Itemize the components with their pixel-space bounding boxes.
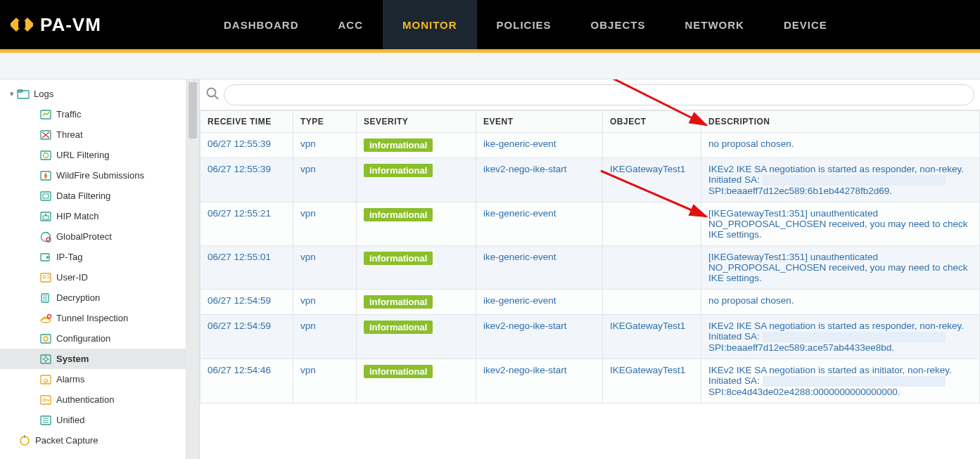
sidebar-item-label: Decryption xyxy=(56,292,100,303)
cell-receive-time: 06/27 12:54:59 xyxy=(201,314,293,358)
search-bar xyxy=(200,79,980,110)
sidebar-scrollbar[interactable] xyxy=(186,79,200,459)
sidebar-item-url-filtering[interactable]: URL Filtering xyxy=(0,145,186,165)
cell-receive-time: 06/27 12:55:01 xyxy=(201,245,293,289)
cell-description: [IKEGatewayTest1:351] unauthenticated NO… xyxy=(701,202,980,245)
sidebar-item-user-id[interactable]: User-ID xyxy=(0,267,186,287)
breadcrumb-band xyxy=(0,53,980,79)
cell-receive-time: 06/27 12:55:21 xyxy=(201,202,293,245)
svg-point-10 xyxy=(44,153,49,157)
cell-type: vpn xyxy=(293,202,357,245)
sidebar-item-data-filtering[interactable]: Data Filtering xyxy=(0,186,186,206)
table-row[interactable]: 06/27 12:55:39vpninformationalike-generi… xyxy=(201,133,980,158)
svg-rect-16 xyxy=(45,214,46,216)
sidebar-item-label: Configuration xyxy=(56,333,110,344)
sidebar-item-label: Authentication xyxy=(56,394,114,405)
cell-description: no proposal chosen. xyxy=(701,133,980,158)
sidebar-item-hip-match[interactable]: HIP Match xyxy=(0,206,186,226)
sidebar: ▾ Logs TrafficThreatURL FilteringWildFir… xyxy=(0,79,186,459)
brand-name: PA-VM xyxy=(40,14,101,36)
column-header[interactable]: SEVERITY xyxy=(357,111,476,133)
brand-logo-icon xyxy=(11,13,33,36)
cell-object: IKEGatewayTest1 xyxy=(603,358,701,403)
table-row[interactable]: 06/27 12:55:39vpninformationalikev2-nego… xyxy=(201,158,980,202)
nav-objects[interactable]: OBJECTS xyxy=(571,0,666,49)
sidebar-item-wildfire-submissions[interactable]: WildFire Submissions xyxy=(0,165,186,186)
nav-policies[interactable]: POLICIES xyxy=(477,0,571,49)
table-row[interactable]: 06/27 12:55:01vpninformationalike-generi… xyxy=(201,245,980,289)
sidebar-item-packet-capture[interactable]: Packet Capture xyxy=(0,430,186,451)
cell-object xyxy=(603,202,701,245)
svg-rect-9 xyxy=(41,151,51,160)
sidebar-item-system[interactable]: System xyxy=(0,349,186,369)
nav-monitor[interactable]: MONITOR xyxy=(383,0,477,49)
column-header[interactable]: EVENT xyxy=(476,111,603,133)
sidebar-item-globalprotect[interactable]: GlobalProtect xyxy=(0,226,186,247)
column-header[interactable]: DESCRIPTION xyxy=(701,111,980,133)
svg-point-50 xyxy=(208,89,216,97)
cell-severity: informational xyxy=(357,314,476,358)
nav-dashboard[interactable]: DASHBOARD xyxy=(204,0,319,49)
column-header[interactable]: RECEIVE TIME xyxy=(201,111,293,133)
sidebar-item-ip-tag[interactable]: IP-Tag xyxy=(0,247,186,267)
cell-event: ikev2-nego-ike-start xyxy=(476,314,603,358)
cell-object: IKEGatewayTest1 xyxy=(603,314,701,358)
hip-icon xyxy=(39,210,52,223)
severity-badge: informational xyxy=(364,365,433,378)
data-icon xyxy=(39,190,52,202)
svg-point-29 xyxy=(48,314,51,318)
cell-receive-time: 06/27 12:55:39 xyxy=(201,133,293,158)
cell-description: no proposal chosen. xyxy=(701,289,980,314)
packet-capture-icon xyxy=(18,434,31,447)
sidebar-item-traffic[interactable]: Traffic xyxy=(0,104,186,124)
iptag-icon xyxy=(39,251,52,264)
sidebar-item-configuration[interactable]: Configuration xyxy=(0,328,186,349)
sidebar-item-label: GlobalProtect xyxy=(56,231,112,242)
sidebar-item-threat[interactable]: Threat xyxy=(0,124,186,145)
sidebar-item-label: System xyxy=(56,354,89,364)
cell-description: IKEv2 IKE SA negotiation is started as r… xyxy=(701,314,980,358)
unified-icon xyxy=(39,414,52,427)
svg-point-18 xyxy=(46,238,51,242)
nav-device[interactable]: DEVICE xyxy=(764,0,847,49)
sidebar-item-authentication[interactable]: Authentication xyxy=(0,389,186,410)
nav-acc[interactable]: ACC xyxy=(319,0,383,49)
log-table: RECEIVE TIMETYPESEVERITYEVENTOBJECTDESCR… xyxy=(200,110,980,403)
sidebar-item-tunnel-inspection[interactable]: Tunnel Inspection xyxy=(0,308,186,328)
sidebar-item-label: Tunnel Inspection xyxy=(56,313,128,323)
sidebar-group-logs[interactable]: ▾ Logs xyxy=(0,84,186,104)
sidebar-item-label: URL Filtering xyxy=(56,150,109,160)
svg-point-41 xyxy=(43,399,46,401)
cell-description: IKEv2 IKE SA negotiation is started as r… xyxy=(701,158,980,202)
sidebar-item-alarms[interactable]: Alarms xyxy=(0,369,186,389)
table-row[interactable]: 06/27 12:54:59vpninformationalike-generi… xyxy=(201,289,980,314)
tunnel-icon xyxy=(39,312,52,325)
cell-event: ikev2-nego-ike-start xyxy=(476,358,603,403)
sidebar-item-unified[interactable]: Unified xyxy=(0,410,186,430)
severity-badge: informational xyxy=(364,252,433,265)
traffic-icon xyxy=(39,108,52,121)
decrypt-icon xyxy=(39,292,52,304)
cell-object xyxy=(603,133,701,158)
cell-type: vpn xyxy=(293,358,357,403)
table-row[interactable]: 06/27 12:55:21vpninformationalike-generi… xyxy=(201,202,980,245)
column-header[interactable]: TYPE xyxy=(293,111,357,133)
cell-type: vpn xyxy=(293,158,357,202)
cell-description: IKEv2 IKE SA negotiation is started as i… xyxy=(701,358,980,403)
sidebar-item-decryption[interactable]: Decryption xyxy=(0,287,186,308)
search-input[interactable] xyxy=(224,84,974,105)
column-header[interactable]: OBJECT xyxy=(603,111,701,133)
nav-network[interactable]: NETWORK xyxy=(665,0,764,49)
cell-severity: informational xyxy=(357,289,476,314)
table-row[interactable]: 06/27 12:54:59vpninformationalikev2-nego… xyxy=(201,314,980,358)
config-icon xyxy=(39,332,52,345)
redacted-block xyxy=(763,332,946,342)
redacted-block xyxy=(763,376,946,387)
sidebar-item-label: Data Filtering xyxy=(56,190,110,201)
svg-rect-30 xyxy=(41,335,51,343)
globalprotect-icon xyxy=(39,231,52,243)
scrollbar-thumb[interactable] xyxy=(189,82,197,138)
table-row[interactable]: 06/27 12:54:46vpninformationalikev2-nego… xyxy=(201,358,980,403)
cell-event: ike-generic-event xyxy=(476,245,603,289)
primary-nav: DASHBOARDACCMONITORPOLICIESOBJECTSNETWOR… xyxy=(204,0,980,49)
